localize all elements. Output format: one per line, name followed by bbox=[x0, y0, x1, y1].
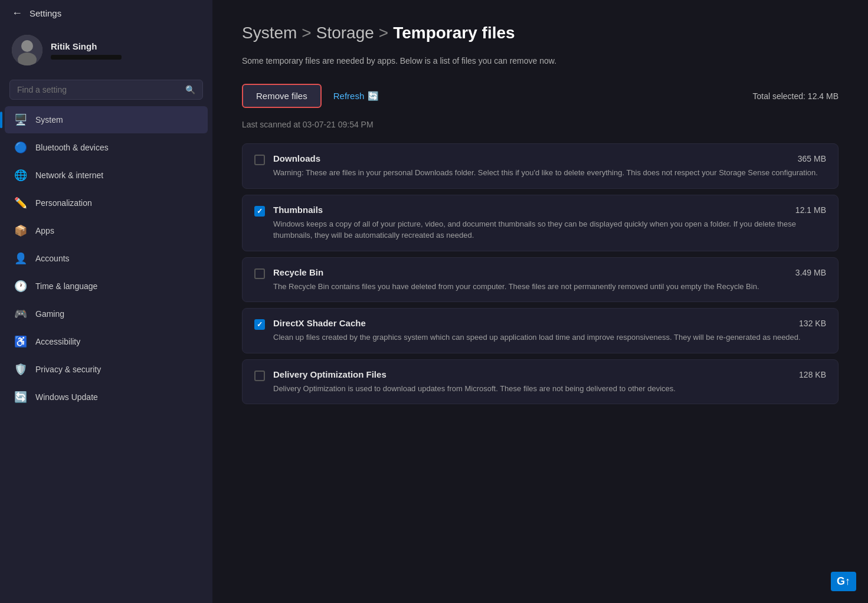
sidebar-item-accessibility[interactable]: ♿ Accessibility bbox=[5, 328, 208, 355]
file-desc-delivery-opt: Delivery Optimization is used to downloa… bbox=[273, 383, 826, 395]
user-name: Ritik Singh bbox=[51, 41, 122, 51]
file-header-delivery-opt: Delivery Optimization Files128 KB bbox=[273, 369, 826, 379]
main-content: System > Storage > Temporary files Some … bbox=[212, 0, 868, 603]
app-title: Settings bbox=[30, 8, 61, 18]
avatar bbox=[12, 35, 42, 65]
file-size-directx-shader: 132 KB bbox=[799, 319, 826, 328]
sidebar-item-accounts[interactable]: 👤 Accounts bbox=[5, 245, 208, 272]
checkbox-downloads[interactable] bbox=[254, 155, 265, 165]
sidebar-item-label: Personalization bbox=[35, 198, 92, 208]
sidebar-item-label: System bbox=[35, 115, 63, 124]
sidebar-item-label: Apps bbox=[35, 226, 54, 235]
checkbox-directx-shader[interactable] bbox=[254, 319, 265, 330]
breadcrumb-sep-1: > bbox=[302, 24, 311, 42]
remove-files-button[interactable]: Remove files bbox=[242, 84, 322, 108]
file-name-thumbnails: Thumbnails bbox=[273, 205, 323, 215]
sidebar-item-label: Accounts bbox=[35, 254, 70, 263]
watermark: G↑ bbox=[831, 572, 856, 591]
file-name-directx-shader: DirectX Shader Cache bbox=[273, 318, 366, 328]
breadcrumb-storage: Storage bbox=[316, 24, 374, 42]
breadcrumb: System > Storage > Temporary files bbox=[242, 24, 838, 42]
sidebar-item-label: Windows Update bbox=[35, 392, 98, 402]
file-size-delivery-opt: 128 KB bbox=[799, 370, 826, 379]
file-list: Downloads365 MBWarning: These are files … bbox=[242, 143, 838, 404]
file-content-downloads: Downloads365 MBWarning: These are files … bbox=[273, 153, 826, 179]
user-bar-decoration bbox=[51, 55, 122, 60]
file-desc-directx-shader: Clean up files created by the graphics s… bbox=[273, 332, 826, 343]
back-button[interactable]: ← bbox=[12, 7, 22, 19]
action-bar: Remove files Refresh 🔄 Total selected: 1… bbox=[242, 84, 838, 108]
file-size-thumbnails: 12.1 MB bbox=[795, 205, 826, 215]
system-icon: 🖥️ bbox=[14, 113, 27, 126]
sidebar-item-update[interactable]: 🔄 Windows Update bbox=[5, 384, 208, 411]
sidebar: ← Settings Ritik Singh 🔍 🖥️ System 🔵 Blu… bbox=[0, 0, 212, 603]
file-desc-downloads: Warning: These are files in your persona… bbox=[273, 167, 826, 179]
search-input[interactable] bbox=[17, 85, 181, 94]
sidebar-item-time[interactable]: 🕐 Time & language bbox=[5, 273, 208, 300]
sidebar-item-label: Network & internet bbox=[35, 171, 103, 180]
sidebar-item-bluetooth[interactable]: 🔵 Bluetooth & devices bbox=[5, 134, 208, 161]
user-section: Ritik Singh bbox=[0, 27, 212, 74]
file-size-recycle-bin: 3.49 MB bbox=[795, 268, 826, 277]
breadcrumb-sep-2: > bbox=[379, 24, 388, 42]
nav-list: 🖥️ System 🔵 Bluetooth & devices 🌐 Networ… bbox=[0, 103, 212, 603]
sidebar-item-privacy[interactable]: 🛡️ Privacy & security bbox=[5, 356, 208, 383]
file-item-directx-shader: DirectX Shader Cache132 KBClean up files… bbox=[242, 308, 838, 353]
network-icon: 🌐 bbox=[14, 169, 27, 182]
bluetooth-icon: 🔵 bbox=[14, 141, 27, 154]
file-name-downloads: Downloads bbox=[273, 153, 320, 163]
sidebar-item-gaming[interactable]: 🎮 Gaming bbox=[5, 300, 208, 327]
checkbox-thumbnails[interactable] bbox=[254, 206, 265, 217]
sidebar-item-apps[interactable]: 📦 Apps bbox=[5, 217, 208, 244]
file-desc-recycle-bin: The Recycle Bin contains files you have … bbox=[273, 281, 826, 293]
sidebar-item-label: Gaming bbox=[35, 309, 64, 319]
file-item-downloads: Downloads365 MBWarning: These are files … bbox=[242, 143, 838, 189]
file-item-recycle-bin: Recycle Bin3.49 MBThe Recycle Bin contai… bbox=[242, 257, 838, 303]
personalization-icon: ✏️ bbox=[14, 196, 27, 209]
user-info: Ritik Singh bbox=[51, 41, 122, 60]
refresh-icon: 🔄 bbox=[368, 91, 379, 101]
search-icon: 🔍 bbox=[185, 85, 195, 94]
sidebar-item-label: Privacy & security bbox=[35, 365, 101, 374]
checkbox-recycle-bin[interactable] bbox=[254, 268, 265, 279]
file-header-directx-shader: DirectX Shader Cache132 KB bbox=[273, 318, 826, 328]
last-scanned: Last scanned at 03-07-21 09:54 PM bbox=[242, 120, 838, 129]
update-icon: 🔄 bbox=[14, 391, 27, 404]
gaming-icon: 🎮 bbox=[14, 307, 27, 320]
file-desc-thumbnails: Windows keeps a copy of all of your pict… bbox=[273, 218, 826, 241]
search-box[interactable]: 🔍 bbox=[9, 80, 203, 100]
file-name-delivery-opt: Delivery Optimization Files bbox=[273, 369, 386, 379]
file-header-recycle-bin: Recycle Bin3.49 MB bbox=[273, 267, 826, 277]
checkbox-delivery-opt[interactable] bbox=[254, 371, 265, 381]
file-size-downloads: 365 MB bbox=[798, 154, 826, 163]
sidebar-item-label: Time & language bbox=[35, 281, 97, 291]
file-content-delivery-opt: Delivery Optimization Files128 KBDeliver… bbox=[273, 369, 826, 395]
sidebar-item-label: Accessibility bbox=[35, 337, 80, 346]
svg-point-1 bbox=[21, 40, 33, 52]
time-icon: 🕐 bbox=[14, 280, 27, 293]
file-header-thumbnails: Thumbnails12.1 MB bbox=[273, 205, 826, 215]
titlebar: ← Settings bbox=[0, 0, 212, 27]
breadcrumb-system: System bbox=[242, 24, 297, 42]
file-content-thumbnails: Thumbnails12.1 MBWindows keeps a copy of… bbox=[273, 205, 826, 241]
file-content-directx-shader: DirectX Shader Cache132 KBClean up files… bbox=[273, 318, 826, 343]
breadcrumb-current: Temporary files bbox=[393, 24, 515, 42]
sidebar-item-label: Bluetooth & devices bbox=[35, 143, 109, 152]
page-description: Some temporary files are needed by apps.… bbox=[242, 54, 655, 67]
apps-icon: 📦 bbox=[14, 224, 27, 237]
privacy-icon: 🛡️ bbox=[14, 363, 27, 376]
file-item-delivery-opt: Delivery Optimization Files128 KBDeliver… bbox=[242, 359, 838, 405]
total-selected: Total selected: 12.4 MB bbox=[752, 91, 838, 101]
sidebar-item-network[interactable]: 🌐 Network & internet bbox=[5, 162, 208, 189]
refresh-button[interactable]: Refresh 🔄 bbox=[333, 91, 379, 101]
file-content-recycle-bin: Recycle Bin3.49 MBThe Recycle Bin contai… bbox=[273, 267, 826, 293]
sidebar-item-system[interactable]: 🖥️ System bbox=[5, 106, 208, 133]
accessibility-icon: ♿ bbox=[14, 335, 27, 348]
refresh-label: Refresh bbox=[333, 91, 365, 101]
accounts-icon: 👤 bbox=[14, 252, 27, 265]
file-name-recycle-bin: Recycle Bin bbox=[273, 267, 323, 277]
sidebar-item-personalization[interactable]: ✏️ Personalization bbox=[5, 189, 208, 217]
file-header-downloads: Downloads365 MB bbox=[273, 153, 826, 163]
file-item-thumbnails: Thumbnails12.1 MBWindows keeps a copy of… bbox=[242, 195, 838, 251]
